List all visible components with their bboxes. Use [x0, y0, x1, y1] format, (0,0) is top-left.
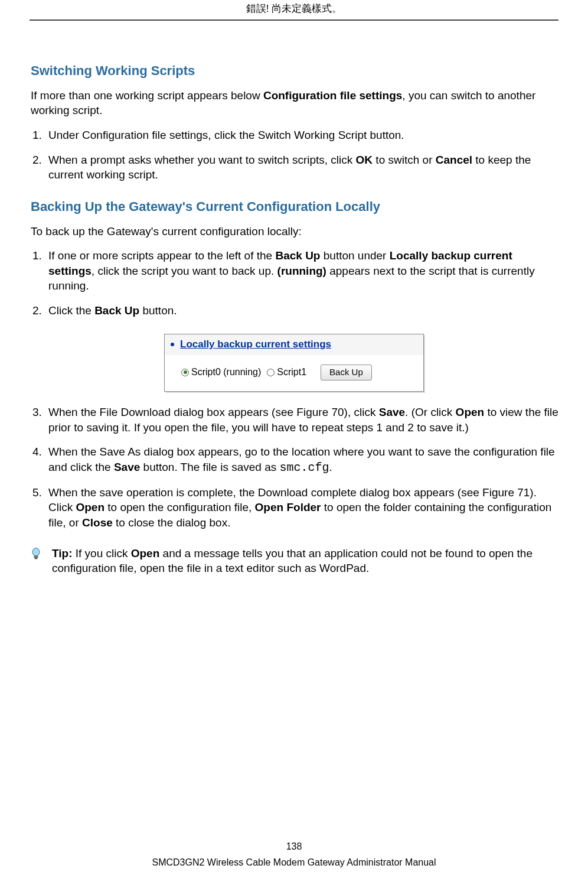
text: When the File Download dialog box appear…: [48, 406, 379, 418]
radio-label: Script1: [277, 366, 306, 379]
heading-backup: Backing Up the Gateway's Current Configu…: [31, 198, 558, 216]
bullet-icon: [171, 343, 174, 346]
text-bold: Back Up: [275, 249, 320, 262]
radio-script0[interactable]: Script0 (running): [181, 366, 261, 379]
filename: smc.cfg: [280, 461, 329, 474]
text: to close the dialog box.: [113, 516, 231, 529]
back-up-button[interactable]: Back Up: [321, 365, 372, 380]
text-bold: Cancel: [436, 154, 472, 166]
text: If one or more scripts appear to the lef…: [48, 249, 275, 262]
backup-panel: Locally backup current settings Script0 …: [164, 334, 424, 392]
backup-panel-title: Locally backup current settings: [180, 338, 331, 352]
step-5: When the save operation is complete, the…: [45, 485, 558, 531]
text-bold: Open: [456, 406, 485, 418]
backup-panel-body: Script0 (running) Script1 Back Up: [165, 355, 423, 391]
text: , click the script you want to back up.: [92, 265, 277, 277]
backup-steps-cont: When the File Download dialog box appear…: [30, 405, 558, 531]
text-bold: Close: [82, 516, 113, 529]
intro-paragraph: If more than one working script appears …: [31, 88, 558, 118]
step-2: Click the Back Up button.: [45, 303, 558, 318]
backup-steps: If one or more scripts appear to the lef…: [30, 248, 558, 318]
text: to switch or: [373, 154, 436, 166]
svg-rect-1: [34, 556, 38, 558]
text-bold: Open: [76, 501, 104, 513]
text: When a prompt asks whether you want to s…: [48, 154, 356, 166]
text: . (Or click: [405, 406, 456, 418]
text-bold: Save: [379, 406, 405, 418]
radio-script1[interactable]: Script1: [267, 366, 306, 379]
backup-panel-header: Locally backup current settings: [165, 334, 423, 355]
page-header: 錯誤! 尚未定義樣式。: [30, 0, 558, 21]
footer-title: SMCD3GN2 Wireless Cable Modem Gateway Ad…: [0, 856, 588, 869]
text: If more than one working script appears …: [31, 89, 263, 102]
text-bold: (running): [277, 265, 326, 277]
radio-label: Script0 (running): [191, 366, 261, 379]
text-bold: Open Folder: [255, 501, 321, 513]
text: button. The file is saved as: [140, 461, 279, 473]
page-footer: 138 SMCD3GN2 Wireless Cable Modem Gatewa…: [0, 840, 588, 869]
step-1: If one or more scripts appear to the lef…: [45, 248, 558, 294]
text-bold: Configuration file settings: [263, 89, 402, 102]
step-1: Under Configuration file settings, click…: [45, 128, 558, 143]
step-4: When the Save As dialog box appears, go …: [45, 444, 558, 476]
tip-block: Tip: If you click Open and a message tel…: [31, 546, 557, 576]
text-bold: Back Up: [94, 304, 139, 317]
text: .: [329, 461, 332, 473]
page-content: Switching Working Scripts If more than o…: [0, 21, 588, 576]
tip-text: Tip: If you click Open and a message tel…: [52, 546, 557, 576]
text: button under: [320, 249, 389, 262]
text-bold: Save: [114, 461, 140, 473]
text-bold: OK: [356, 154, 373, 166]
heading-switching-scripts: Switching Working Scripts: [31, 62, 558, 80]
figure-backup-box: Locally backup current settings Script0 …: [30, 334, 558, 392]
page-number: 138: [0, 840, 588, 853]
radio-icon: [267, 369, 275, 376]
text: If you click: [72, 547, 130, 560]
intro-paragraph-2: To back up the Gateway's current configu…: [31, 224, 558, 239]
text: Click the: [48, 304, 94, 317]
switching-steps: Under Configuration file settings, click…: [30, 128, 558, 183]
lightbulb-icon: [31, 547, 41, 576]
text: button.: [139, 304, 177, 317]
text-bold: Open: [131, 547, 160, 560]
text: to open the configuration file,: [104, 501, 255, 513]
step-2: When a prompt asks whether you want to s…: [45, 152, 558, 183]
tip-label: Tip:: [52, 547, 72, 560]
step-3: When the File Download dialog box appear…: [45, 405, 558, 435]
radio-icon: [181, 369, 189, 376]
svg-point-0: [32, 548, 40, 556]
svg-rect-2: [35, 558, 38, 559]
